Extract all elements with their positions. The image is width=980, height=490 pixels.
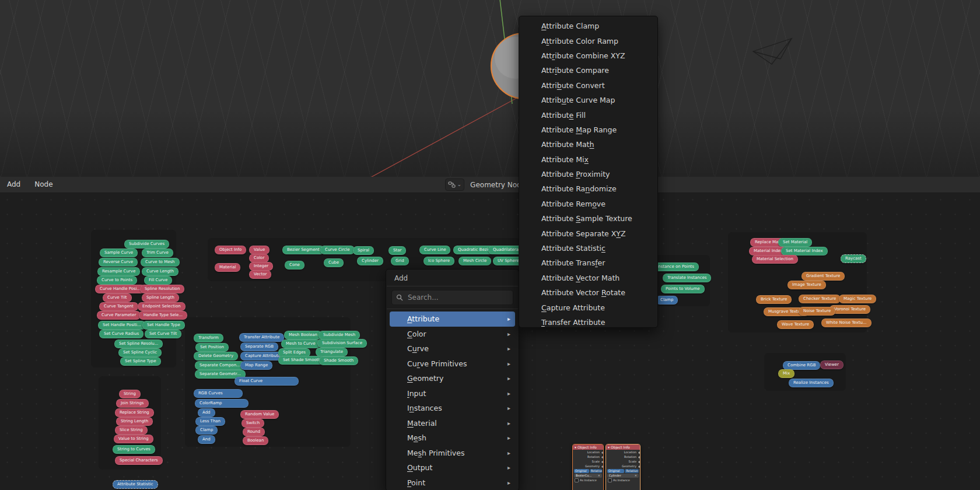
node-set-material-index[interactable]: Set Material Index <box>781 247 828 256</box>
node-translate-instances[interactable]: Translate Instances <box>663 274 711 282</box>
submenu-item-attribute-proximity[interactable]: Attribute Proximity <box>522 167 655 181</box>
node-subdivide-curves[interactable]: Subdivide Curves <box>124 240 169 249</box>
mode-original[interactable]: Original <box>607 469 624 473</box>
node-curve-line[interactable]: Curve Line <box>419 246 450 254</box>
node-curve-circle[interactable]: Curve Circle <box>320 246 355 254</box>
node-slice-string[interactable]: Slice String <box>115 426 148 435</box>
node-string-length[interactable]: String Length <box>116 417 153 426</box>
mode-relative[interactable]: Relative <box>590 469 602 473</box>
submenu-item-attribute-separate-xyz[interactable]: Attribute Separate XYZ <box>522 226 655 240</box>
node-set-material[interactable]: Set Material <box>778 238 812 247</box>
node-replace-string[interactable]: Replace String <box>115 408 154 417</box>
node-random-value[interactable]: Random Value <box>240 410 279 419</box>
node-resample-curve[interactable]: Resample Curve <box>97 267 140 276</box>
submenu-item-attribute-transfer[interactable]: Attribute Transfer <box>522 256 655 270</box>
node-noise-texture[interactable]: Noise Texture <box>799 307 835 316</box>
node-star[interactable]: Star <box>388 246 406 255</box>
node-set-spline-type[interactable]: Set Spline Type <box>120 357 161 366</box>
node-clamp[interactable]: Clamp <box>656 296 678 304</box>
mode-relative[interactable]: Relative <box>625 469 639 473</box>
submenu-item-attribute-clamp[interactable]: Attribute Clamp <box>522 19 655 33</box>
submenu-item-attribute-math[interactable]: Attribute Math <box>522 137 655 152</box>
node-curve-handle-posi[interactable]: Curve Handle Posi... <box>95 285 145 293</box>
editor-type-dropdown[interactable]: ⌄ <box>445 178 465 191</box>
submenu-item-attribute-map-range[interactable]: Attribute Map Range <box>522 123 655 137</box>
node-triangulate[interactable]: Triangulate <box>316 348 348 356</box>
node-material[interactable]: Material <box>215 263 240 272</box>
node-curve-parameter[interactable]: Curve Parameter <box>97 311 141 320</box>
cone-wireframe-object[interactable] <box>753 38 792 64</box>
node-value[interactable]: Value <box>249 246 270 254</box>
node-set-curve-tilt[interactable]: Set Curve Tilt <box>145 330 181 338</box>
node-shade-smooth[interactable]: Shade Smooth <box>319 356 358 365</box>
node-voronoi-texture[interactable]: Voronoi Texture <box>830 305 870 314</box>
node-gradient-texture[interactable]: Gradient Texture <box>802 272 845 281</box>
node-bezier-segment[interactable]: Bezier Segment <box>282 246 324 254</box>
node-spline-length[interactable]: Spline Length <box>142 293 179 302</box>
node-subdivision-surface[interactable]: Subdivision Surface <box>317 339 367 348</box>
node-set-position[interactable]: Set Position <box>195 343 229 352</box>
menu-item-point[interactable]: Point▸ <box>390 475 515 490</box>
node-separate-rgb[interactable]: Separate RGB <box>240 342 278 351</box>
node-spline-resolution[interactable]: Spline Resolution <box>140 285 184 293</box>
node-curve-tangent[interactable]: Curve Tangent <box>99 302 138 311</box>
node-clamp[interactable]: Clamp <box>195 426 218 435</box>
object-selector[interactable]: Cylinder✕ <box>607 474 639 478</box>
node-add[interactable]: Add <box>198 408 215 417</box>
output-socket[interactable] <box>601 465 604 468</box>
clear-icon[interactable]: ✕ <box>635 474 637 478</box>
node-combine-rgb[interactable]: Combine RGB <box>783 361 820 370</box>
node-trim-curve[interactable]: Trim Curve <box>142 249 173 257</box>
node-brick-texture[interactable]: Brick Texture <box>756 295 792 304</box>
node-mesh-to-curve[interactable]: Mesh to Curve <box>281 340 320 348</box>
node-subdivide-mesh[interactable]: Subdivide Mesh <box>318 331 360 340</box>
menu-add[interactable]: Add <box>0 177 27 192</box>
menu-item-curve[interactable]: Curve▸ <box>390 341 515 356</box>
node-float-curve[interactable]: Float Curve <box>235 377 299 386</box>
node-viewer[interactable]: Viewer <box>820 360 844 369</box>
node-delete-geometry[interactable]: Delete Geometry <box>194 352 238 360</box>
node-colorramp[interactable]: ColorRamp <box>195 399 249 408</box>
node-spiral[interactable]: Spiral <box>353 246 374 255</box>
submenu-item-attribute-convert[interactable]: Attribute Convert <box>522 78 655 93</box>
node-material-selection[interactable]: Material Selection <box>752 255 798 264</box>
as-instance-checkbox[interactable] <box>575 478 579 482</box>
node-set-shade-smooth[interactable]: Set Shade Smooth <box>278 356 326 365</box>
node-cylinder[interactable]: Cylinder <box>357 257 383 265</box>
node-grid[interactable]: Grid <box>391 257 409 265</box>
node-reverse-curve[interactable]: Reverse Curve <box>99 258 138 267</box>
node-points-to-volume[interactable]: Points to Volume <box>661 285 705 293</box>
node-set-curve-radius[interactable]: Set Curve Radius <box>99 330 144 338</box>
object-info-node-0[interactable]: ▾ Object InfoLocationRotationScaleGeomet… <box>572 444 604 490</box>
node-raycast[interactable]: Raycast <box>841 254 866 263</box>
node-magic-texture[interactable]: Magic Texture <box>839 295 876 303</box>
node-instance-on-points[interactable]: Instance on Points <box>652 262 699 271</box>
submenu-item-attribute-color-ramp[interactable]: Attribute Color Ramp <box>522 33 655 48</box>
node-object-info[interactable]: Object Info <box>215 246 246 254</box>
menu-node[interactable]: Node <box>27 177 60 192</box>
submenu-item-attribute-sample-texture[interactable]: Attribute Sample Texture <box>522 211 655 226</box>
node-mesh-boolean[interactable]: Mesh Boolean <box>284 331 322 340</box>
node-mix[interactable]: Mix <box>778 369 794 378</box>
submenu-item-attribute-vector-math[interactable]: Attribute Vector Math <box>522 271 655 285</box>
menu-item-geometry[interactable]: Geometry▸ <box>390 371 515 386</box>
node-round[interactable]: Round <box>243 428 265 436</box>
menu-item-attribute[interactable]: Attribute▸ <box>390 312 515 327</box>
node-integer[interactable]: Integer <box>249 262 273 271</box>
3d-viewport[interactable] <box>0 0 980 177</box>
mode-original[interactable]: Original <box>574 469 589 473</box>
node-switch[interactable]: Switch <box>242 419 264 428</box>
as-instance-checkbox[interactable] <box>608 478 612 482</box>
node-wave-texture[interactable]: Wave Texture <box>777 320 814 329</box>
clear-icon[interactable]: ✕ <box>598 474 600 478</box>
node-vector[interactable]: Vector <box>249 270 271 279</box>
submenu-item-capture-attribute[interactable]: Capture Attribute <box>522 300 655 314</box>
node-map-range[interactable]: Map Range <box>240 361 272 370</box>
search-row[interactable] <box>391 290 513 305</box>
node-curve-to-points[interactable]: Curve to Points <box>97 276 137 285</box>
node-header[interactable]: ▾ Object Info <box>573 444 603 450</box>
node-checker-texture[interactable]: Checker Texture <box>799 295 841 303</box>
submenu-item-attribute-curve-map[interactable]: Attribute Curve Map <box>522 93 655 107</box>
mode-dropdown[interactable]: OriginalRelative <box>574 469 602 473</box>
submenu-item-attribute-remove[interactable]: Attribute Remove <box>522 197 655 211</box>
